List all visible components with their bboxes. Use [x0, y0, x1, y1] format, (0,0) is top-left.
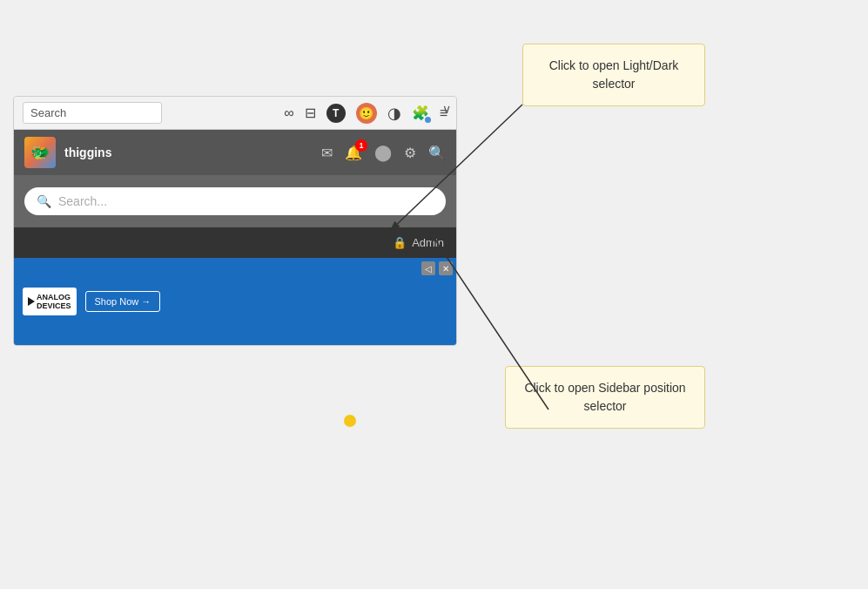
username: thiggins: [64, 146, 111, 159]
avatar: 🐲: [24, 137, 56, 168]
user-avatar-icon[interactable]: 🙂: [356, 103, 377, 124]
tooltip-light-dark: Click to open Light/Dark selector: [522, 44, 705, 106]
tooltip-light-dark-text: Click to open Light/Dark selector: [549, 58, 679, 91]
admin-label: Admin: [412, 236, 444, 249]
search-bar[interactable]: 🔍 Search...: [24, 187, 446, 215]
admin-bar: 🔒 Admin: [14, 227, 456, 258]
ad-controls: ◁ ✕: [421, 261, 453, 275]
search-section: 🔍 Search...: [14, 175, 456, 227]
bell-icon[interactable]: 🔔 1: [345, 145, 362, 161]
light-dark-toggle-icon[interactable]: ⬤: [374, 143, 392, 162]
top-bar: Search ∞ ⊟ T 🙂 ◑ 🧩 ≡ ∨: [14, 97, 456, 130]
play-icon: [28, 297, 35, 306]
search-icon: 🔍: [37, 194, 51, 208]
browser-panel: Search ∞ ⊟ T 🙂 ◑ 🧩 ≡ ∨ 🐲 thiggins ✉ 🔔 1 …: [13, 96, 457, 346]
lock-icon: 🔒: [393, 236, 407, 249]
ad-shop-button[interactable]: Shop Now →: [85, 291, 161, 312]
tooltip-sidebar: Click to open Sidebar position selector: [505, 366, 705, 429]
ad-prev-button[interactable]: ◁: [421, 261, 435, 275]
chevron-down-icon[interactable]: ∨: [442, 102, 451, 116]
ad-content: ANALOGDEVICES Shop Now →: [23, 288, 160, 315]
ad-logo: ANALOGDEVICES: [23, 288, 77, 315]
puzzle-icon[interactable]: 🧩: [412, 105, 429, 121]
theme-toggle-icon[interactable]: ◑: [387, 104, 401, 123]
ad-close-button[interactable]: ✕: [439, 261, 453, 275]
text-circle-icon[interactable]: T: [326, 104, 346, 123]
ad-logo-text: ANALOGDEVICES: [37, 293, 71, 310]
ad-logo-icon: ANALOGDEVICES: [28, 293, 71, 310]
yellow-dot-indicator: [344, 415, 356, 427]
search-placeholder-text: Search...: [58, 194, 107, 208]
mail-icon[interactable]: ✉: [321, 145, 333, 161]
tooltip-sidebar-text: Click to open Sidebar position selector: [524, 381, 685, 413]
user-bar-icons: ✉ 🔔 1 ⬤ ⚙ 🔍: [321, 143, 446, 162]
search-user-icon[interactable]: 🔍: [428, 145, 446, 161]
grid-icon[interactable]: ⊟: [305, 105, 316, 121]
notification-badge: 1: [355, 139, 367, 152]
infinity-icon[interactable]: ∞: [284, 105, 293, 121]
gear-settings-icon[interactable]: ⚙: [404, 145, 416, 161]
user-bar: 🐲 thiggins ✉ 🔔 1 ⬤ ⚙ 🔍: [14, 130, 456, 175]
search-input-top[interactable]: Search: [23, 102, 162, 124]
dot-indicator: [425, 117, 431, 123]
ad-banner: ◁ ✕ ANALOGDEVICES Shop Now →: [14, 258, 456, 345]
top-icons-container: ∞ ⊟ T 🙂 ◑ 🧩 ≡: [284, 103, 447, 124]
